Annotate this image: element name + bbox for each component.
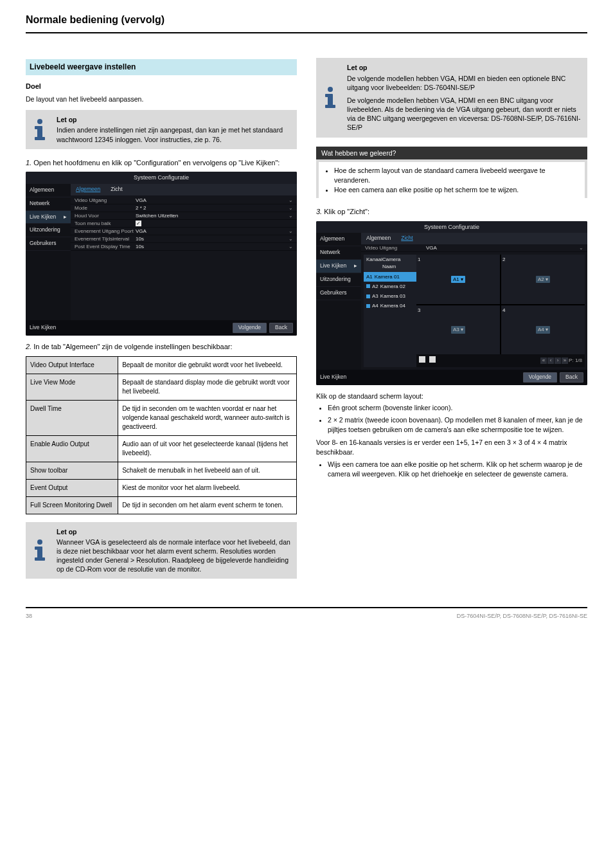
sidebar-item-uitzondering[interactable]: Uitzondering (316, 273, 361, 287)
row-video-uitgang[interactable]: Video Uitgang VGA ⌄ (361, 244, 587, 252)
sidebar-item-algemeen[interactable]: Algemeen (316, 233, 361, 246)
page-first-icon[interactable]: « (540, 357, 547, 364)
camera-list-item[interactable]: A2Kamera 02 (364, 282, 416, 291)
tab-zicht[interactable]: Zicht (396, 233, 418, 244)
row-label: Houd Voor (75, 212, 136, 219)
info-callout-right: Let op De volgende modellen hebben VGA, … (316, 58, 587, 137)
page-number: 38 (26, 612, 32, 620)
learned-heading: Wat hebben we geleerd? (316, 147, 587, 160)
row-houd-voor[interactable]: Houd Voor Switchen Uitzetten ⌄ (71, 212, 297, 220)
camera-list-item[interactable]: A1Kamera 01 (364, 272, 416, 282)
dropdown-icon: ⌄ (288, 235, 293, 242)
setting-val: Audio aan of uit voor het geselecteerde … (118, 435, 297, 462)
dropdown-icon: ⌄ (288, 197, 293, 204)
back-button[interactable]: Back (560, 372, 583, 383)
row-label: Evenement Uitgang Poort (75, 228, 136, 235)
dropdown-icon: ⌄ (288, 212, 293, 219)
tile-cam: A2 (538, 276, 544, 282)
sysconf-title: Systeem Configuratie (26, 172, 297, 184)
svg-rect-11 (325, 105, 335, 108)
learned-list: Hoe de scherm layout van de standaard ca… (324, 166, 580, 194)
sysconf-footer-left[interactable]: Live Kijken (30, 324, 56, 332)
step-3: 3. Klik op "Zicht": (316, 207, 587, 217)
sidebar-item-uitzondering[interactable]: Uitzondering (26, 224, 71, 237)
two-column-layout: Livebeeld weergave instellen Doel De lay… (26, 51, 587, 588)
page-prev-icon[interactable]: ‹ (547, 357, 554, 364)
col-kanaal: Kanaal (366, 256, 382, 270)
grid-toolbar: « ‹ › » P: 1/8 (416, 354, 585, 367)
next-button[interactable]: Volgende (233, 323, 267, 333)
tab-algemeen[interactable]: Algemeen (361, 233, 396, 244)
section-heading: Livebeeld weergave instellen (26, 59, 297, 75)
info-text: Let op Indien andere instellingen niet z… (54, 110, 297, 149)
grid-tile[interactable]: 4A4 ▾ (501, 305, 585, 355)
row-video-uitgang[interactable]: Video Uitgang VGA ⌄ (71, 197, 297, 204)
row-value: VGA (426, 244, 578, 251)
sidebar-item-netwerk[interactable]: Netwerk (316, 246, 361, 260)
dropdown-icon: ⌄ (288, 243, 293, 250)
sidebar-item-algemeen[interactable]: Algemeen (26, 184, 71, 197)
info-callout-2: Let op Wanneer VGA is geselecteerd als d… (26, 522, 297, 579)
sidebar-item-gebruikers[interactable]: Gebruikers (316, 287, 361, 300)
chapter-title: Normale bediening (vervolg) (26, 13, 587, 27)
step-3-text: Klik op "Zicht": (324, 208, 369, 215)
purpose-text: De layout van het livebeeld aanpassen. (26, 95, 297, 104)
tab-zicht[interactable]: Zicht (105, 184, 127, 195)
cam-name: Kamera 03 (380, 293, 405, 300)
sidebar-item-gebruikers[interactable]: Gebruikers (26, 237, 71, 251)
step-4-head: Klik op de standaard scherm layout: (316, 392, 587, 401)
camera-list: Kanaal Camera Naam A1Kamera 01 A2Kamera … (364, 255, 416, 367)
sidebar-item-live-kijken[interactable]: Live Kijken ▸ (26, 211, 71, 224)
svg-rect-10 (325, 94, 330, 97)
sidebar-item-netwerk[interactable]: Netwerk (26, 197, 71, 211)
dropdown-icon: ⌄ (288, 228, 293, 235)
row-event-tijdsinterval[interactable]: Evenement Tijdsinterval 10s ⌄ (71, 235, 297, 243)
dropdown-icon: ⌄ (288, 204, 293, 212)
tile-cam: A4 (538, 327, 544, 332)
cam-code: A4 (372, 302, 378, 309)
setting-val: Kiest de monitor voor het alarm livebeel… (118, 479, 297, 496)
row-label: Video Uitgang (75, 197, 136, 204)
layout-1x1-icon[interactable] (419, 356, 425, 363)
page-last-icon[interactable]: » (562, 357, 568, 364)
row-mode[interactable]: Mode 2 * 2 ⌄ (71, 204, 297, 212)
zicht-grid-area: Kanaal Camera Naam A1Kamera 01 A2Kamera … (361, 252, 587, 370)
cam-code: A1 (366, 273, 373, 280)
sysconf-tabs: Algemeen Zicht (361, 233, 587, 244)
setting-key: Dwell Time (26, 400, 118, 435)
table-row: Video Output InterfaceBepaalt de monitor… (26, 356, 297, 374)
grid-tile[interactable]: 3A3 ▾ (416, 305, 500, 355)
purpose-heading: Doel (26, 82, 297, 91)
sysconf-title: Systeem Configuratie (316, 221, 587, 233)
settings-table: Video Output InterfaceBepaalt de monitor… (26, 356, 297, 514)
grid-tile[interactable]: 1A1 ▾ (416, 255, 500, 304)
row-label: Video Uitgang (365, 244, 426, 251)
bullets-assign: Wijs een camera toe aan elke positie op … (328, 460, 587, 478)
row-post-event-display[interactable]: Post Event Display Time 10s ⌄ (71, 243, 297, 251)
row-event-uitgang[interactable]: Evenement Uitgang Poort VGA ⌄ (71, 228, 297, 235)
layout-2x2-icon[interactable] (429, 356, 436, 363)
info-callout: Let op Indien andere instellingen niet z… (26, 110, 297, 149)
camera-list-item[interactable]: A3Kamera 03 (364, 291, 416, 301)
camera-list-item[interactable]: A4Kamera 04 (364, 301, 416, 311)
step-2-text: In de tab "Algemeen" zijn de volgende in… (33, 343, 232, 350)
grid-tile[interactable]: 2A2 ▾ (501, 255, 585, 304)
page-next-icon[interactable]: › (555, 357, 561, 364)
info-body: Indien andere instellingen niet zijn aan… (57, 126, 283, 143)
back-button[interactable]: Back (269, 323, 293, 333)
svg-point-0 (37, 119, 42, 124)
setting-val: Bepaalt de monitor die gebruikt wordt vo… (118, 356, 297, 374)
sysconf-footer-left[interactable]: Live Kijken (320, 374, 346, 381)
table-row: Live View ModeBepaalt de standaard displ… (26, 374, 297, 400)
right-column: Let op De volgende modellen hebben VGA, … (316, 51, 587, 588)
info-line-2: De volgende modellen hebben VGA, HDMI en… (347, 96, 581, 132)
row-toon-menu-balk[interactable]: Toon menu balk ✓ (71, 220, 297, 228)
sidebar-item-live-kijken[interactable]: Live Kijken ▸ (316, 260, 361, 273)
chapter-rule (26, 32, 587, 33)
row-label: Toon menu balk (75, 220, 136, 227)
next-button[interactable]: Volgende (523, 372, 557, 383)
system-config-screenshot-general: Systeem Configuratie Algemeen Netwerk Li… (26, 172, 297, 336)
setting-val: De tijd in seconden om te wachten voorda… (118, 400, 297, 435)
checkbox-icon[interactable]: ✓ (136, 221, 141, 226)
tab-algemeen[interactable]: Algemeen (71, 184, 105, 195)
